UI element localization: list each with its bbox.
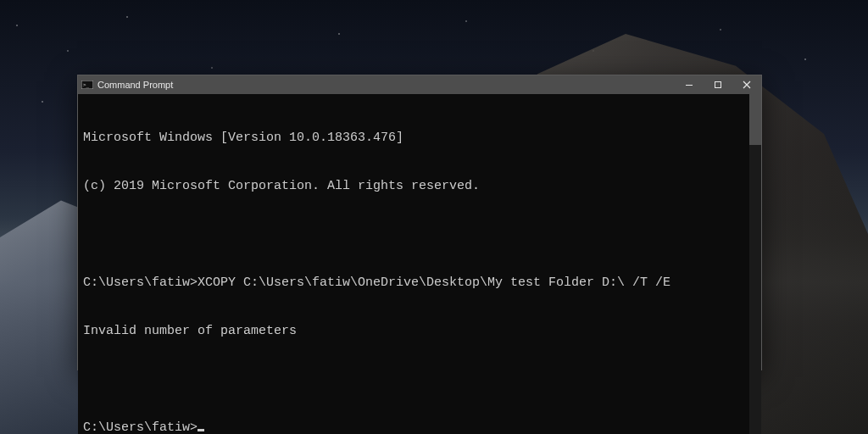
svg-text:>_: >_ [83,81,90,88]
command-prompt-window: >_ Command Prompt Microsoft Windows [Ver… [77,75,762,370]
terminal-line [83,226,744,242]
terminal-line: Invalid number of parameters [83,323,744,339]
svg-rect-3 [715,82,721,88]
minimize-button[interactable] [675,75,704,94]
terminal-line: (c) 2019 Microsoft Corporation. All righ… [83,178,744,194]
close-button[interactable] [732,75,761,94]
terminal-line [83,371,744,387]
terminal-area: Microsoft Windows [Version 10.0.18363.47… [78,94,761,434]
terminal-prompt: C:\Users\fatiw> [83,420,198,434]
maximize-button[interactable] [704,75,732,94]
svg-rect-2 [686,85,693,86]
cursor-icon [198,429,204,431]
window-title: Command Prompt [97,80,173,90]
command-prompt-icon: >_ [81,80,93,90]
terminal-line: C:\Users\fatiw>XCOPY C:\Users\fatiw\OneD… [83,275,744,291]
scrollbar-thumb[interactable] [749,94,761,145]
scrollbar[interactable] [749,94,761,434]
terminal-line: Microsoft Windows [Version 10.0.18363.47… [83,130,744,146]
titlebar[interactable]: >_ Command Prompt [78,75,761,94]
terminal-output[interactable]: Microsoft Windows [Version 10.0.18363.47… [78,94,749,434]
terminal-prompt-line: C:\Users\fatiw> [83,420,744,434]
